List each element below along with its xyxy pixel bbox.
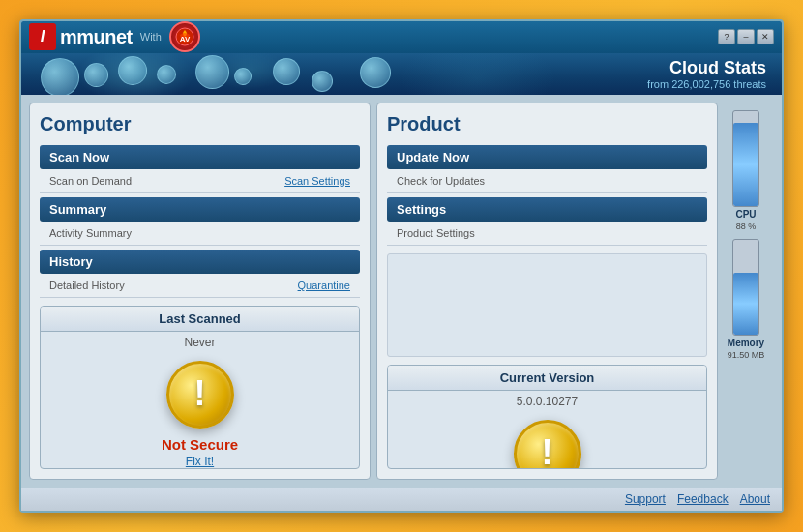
gauges-panel: CPU 88 % Memory 91.50 MB: [718, 103, 774, 480]
cpu-gauge-fill: [733, 123, 758, 206]
warning-circle: !: [166, 361, 234, 429]
cpu-label: CPU: [735, 209, 756, 220]
cloud-stats-title: Cloud Stats: [647, 58, 766, 78]
quarantine-link[interactable]: Quarantine: [298, 280, 350, 291]
history-sub: Detailed History Quarantine: [40, 278, 360, 298]
memory-gauge: Memory 91.50 MB: [728, 239, 765, 360]
check-updates-label: Check for Updates: [397, 175, 485, 187]
product-panel: Product Update Now Check for Updates Set…: [376, 103, 718, 480]
new-version-icon: !: [514, 420, 581, 469]
summary-sub: Activity Summary: [40, 225, 360, 246]
logo-icon: I: [29, 23, 56, 50]
activity-summary-label: Activity Summary: [49, 227, 132, 239]
fix-it-link-computer[interactable]: Fix It!: [186, 455, 214, 468]
logo: I mmunet With AV: [29, 21, 200, 52]
detailed-history-label: Detailed History: [49, 280, 125, 291]
svg-text:AV: AV: [180, 35, 191, 44]
last-scanned-section: Last Scanned Never ! Not Secure Fix It!: [40, 306, 360, 469]
close-button[interactable]: ✕: [757, 29, 774, 44]
cloud-banner: Cloud Stats from 226,002,756 threats: [21, 53, 782, 95]
scan-now-button[interactable]: Scan Now: [40, 145, 360, 169]
clamav-badge: AV: [169, 21, 200, 52]
cloud-stats: Cloud Stats from 226,002,756 threats: [647, 58, 766, 90]
settings-sub: Product Settings: [387, 225, 707, 246]
computer-panel-title: Computer: [40, 113, 360, 135]
last-scanned-header: Last Scanned: [41, 307, 359, 332]
cloud-stats-subtitle: from 226,002,756 threats: [647, 78, 766, 90]
help-button[interactable]: ?: [718, 29, 735, 44]
cpu-gauge: CPU 88 %: [732, 110, 759, 231]
settings-button[interactable]: Settings: [387, 197, 707, 222]
minimize-button[interactable]: –: [737, 29, 755, 44]
app-window: I mmunet With AV ? – ✕: [19, 19, 784, 513]
titlebar: I mmunet With AV ? – ✕: [21, 21, 782, 53]
exclamation-icon: !: [194, 376, 206, 411]
update-now-button[interactable]: Update Now: [387, 145, 707, 169]
scan-on-demand-label: Scan on Demand: [49, 175, 132, 187]
history-button[interactable]: History: [40, 250, 360, 274]
not-secure-icon: !: [166, 361, 234, 429]
computer-panel: Computer Scan Now Scan on Demand Scan Se…: [29, 103, 371, 480]
exclamation-icon-product: !: [542, 435, 553, 469]
scan-settings-link[interactable]: Scan Settings: [284, 175, 350, 187]
update-now-sub: Check for Updates: [387, 173, 707, 193]
memory-label: Memory: [728, 338, 764, 348]
feedback-link[interactable]: Feedback: [677, 492, 729, 506]
current-version-header: Current Version: [388, 366, 706, 391]
product-settings-label: Product Settings: [397, 227, 475, 239]
memory-gauge-bar-wrapper: [732, 239, 759, 336]
scan-now-sub: Scan on Demand Scan Settings: [40, 173, 360, 193]
memory-value: 91.50 MB: [728, 350, 765, 360]
memory-gauge-fill: [733, 273, 758, 335]
not-secure-label: Not Secure: [162, 436, 238, 453]
product-panel-title: Product: [387, 113, 707, 135]
main-content: Computer Scan Now Scan on Demand Scan Se…: [21, 95, 782, 488]
logo-with: With: [140, 31, 162, 43]
last-scanned-value: Never: [184, 332, 215, 353]
footer-bar: Support Feedback About: [21, 488, 782, 511]
cpu-gauge-bar-wrapper: [732, 110, 759, 207]
warning-circle-product: !: [514, 420, 581, 469]
about-link[interactable]: About: [740, 492, 770, 506]
logo-text: mmunet: [60, 26, 133, 48]
window-controls: ? – ✕: [718, 29, 774, 44]
summary-button[interactable]: Summary: [40, 197, 360, 222]
current-version-value: 5.0.0.10277: [517, 391, 578, 412]
cpu-value: 88 %: [736, 222, 757, 231]
support-link[interactable]: Support: [625, 492, 666, 506]
current-version-section: Current Version 5.0.0.10277 ! New Versio…: [387, 365, 707, 469]
